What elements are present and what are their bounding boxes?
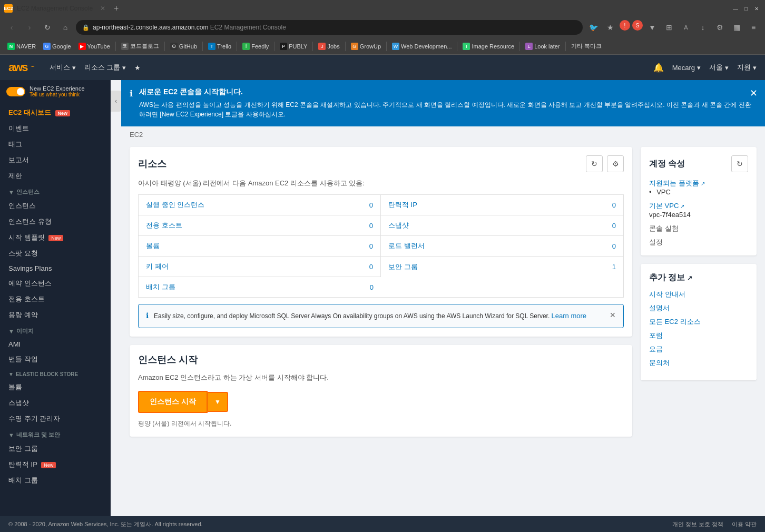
sidebar-item-instances[interactable]: 인스턴스 xyxy=(0,198,111,214)
sidebar-item-ami[interactable]: AMI xyxy=(0,337,111,351)
bookmark-other[interactable]: 기타 북마크 xyxy=(568,41,605,51)
new-tab-button[interactable]: + xyxy=(114,4,119,13)
sidebar-item-dashboard[interactable]: EC2 대시보드 New xyxy=(0,105,111,121)
tab-close[interactable]: ✕ xyxy=(100,5,105,12)
bookmark-github[interactable]: ⊙ GitHub xyxy=(167,42,200,51)
sidebar-section-instances[interactable]: ▼ 인스턴스 xyxy=(0,184,111,198)
reload-button[interactable]: ↻ xyxy=(40,20,55,35)
minimize-button[interactable]: — xyxy=(731,4,740,13)
title-bar: EC2 EC2 Management Console ✕ + — □ ✕ xyxy=(0,0,765,17)
addon-icon-2[interactable]: S xyxy=(632,20,643,31)
sidebar-item-capacity[interactable]: 용량 예약 xyxy=(0,307,111,323)
launch-dropdown-button[interactable]: ▼ xyxy=(208,392,228,412)
bookmark-star-icon[interactable]: ★ xyxy=(603,20,617,35)
console-experiment-link[interactable]: 콘솔 실험 xyxy=(649,224,679,232)
header-resource-groups[interactable]: 리소스 그룹 ▾ xyxy=(84,63,126,72)
sidebar-item-spot-requests[interactable]: 스팟 요청 xyxy=(0,245,111,261)
translate-icon[interactable]: A xyxy=(679,20,693,35)
bookmark-google[interactable]: G Google xyxy=(40,42,74,51)
sidebar-item-placement-groups[interactable]: 배치 그룹 xyxy=(0,472,111,488)
running-instances-link[interactable]: 실행 중인 인스턴스 xyxy=(146,200,204,210)
snapshots-link[interactable]: 스냅샷 xyxy=(388,221,409,230)
placement-groups-link[interactable]: 배치 그룹 xyxy=(146,282,175,292)
sidebar-item-bundle-tasks[interactable]: 번들 작업 xyxy=(0,351,111,367)
info-notice-close-button[interactable]: ✕ xyxy=(610,311,616,319)
sidebar-item-savings-plans[interactable]: Savings Plans xyxy=(0,261,111,275)
home-button[interactable]: ⌂ xyxy=(58,20,73,35)
sidebar-item-reports[interactable]: 보고서 xyxy=(0,152,111,168)
volumes-link[interactable]: 볼륨 xyxy=(146,241,160,251)
extra-link-pricing[interactable]: 요금 xyxy=(649,344,748,354)
footer-privacy-link[interactable]: 개인 정보 보호 정책 xyxy=(672,520,723,528)
security-groups-link[interactable]: 보안 그룹 xyxy=(388,262,418,272)
footer-terms-link[interactable]: 이용 약관 xyxy=(732,520,757,528)
bookmark-image[interactable]: I Image Resource xyxy=(459,42,517,51)
new-ec2-toggle[interactable] xyxy=(6,87,25,96)
bookmark-trello[interactable]: T Trello xyxy=(205,42,234,51)
download-icon[interactable]: ↓ xyxy=(695,20,710,35)
header-services[interactable]: 서비스 ▾ xyxy=(50,63,76,72)
sidebar-item-limits[interactable]: 제한 xyxy=(0,168,111,184)
account-attr-refresh-button[interactable]: ↻ xyxy=(731,155,748,172)
twitter-icon[interactable]: 🐦 xyxy=(586,20,601,35)
bookmark-naver[interactable]: N NAVER xyxy=(4,42,39,51)
bookmark-growup[interactable]: G GrowUp xyxy=(348,42,384,51)
sidebar-item-reserved[interactable]: 예약 인스턴스 xyxy=(0,275,111,291)
bookmark-youtube[interactable]: ▶ YouTube xyxy=(75,42,113,51)
sidebar-item-launch-templates[interactable]: 시작 템플릿 New xyxy=(0,230,111,245)
close-button[interactable]: ✕ xyxy=(752,4,761,13)
header-bell[interactable]: 🔔 xyxy=(653,63,664,73)
forward-button[interactable]: › xyxy=(22,20,37,35)
resources-refresh-button[interactable]: ↻ xyxy=(586,155,603,172)
extra-link-docs[interactable]: 설명서 xyxy=(649,303,748,313)
sidebar-item-tags[interactable]: 태그 xyxy=(0,136,111,152)
extra-link-contact[interactable]: 문의처 xyxy=(649,358,748,368)
header-support[interactable]: 지원 ▾ xyxy=(737,63,757,72)
bookmark-jobs[interactable]: J Jobs xyxy=(315,42,342,51)
sidebar-collapse-button[interactable]: ‹ xyxy=(111,91,121,112)
sidebar-item-volumes[interactable]: 볼륨 xyxy=(0,379,111,395)
bookmark-codeblog[interactable]: 코 코드블로그 xyxy=(118,41,162,51)
sidebar-item-security-groups[interactable]: 보안 그룹 xyxy=(0,441,111,457)
dedicated-hosts-link[interactable]: 전용 호스트 xyxy=(146,221,182,230)
layout-icon[interactable]: ▦ xyxy=(729,20,744,35)
key-pairs-link[interactable]: 키 페어 xyxy=(146,262,169,271)
sidebar-item-dedicated-hosts[interactable]: 전용 호스트 xyxy=(0,291,111,307)
load-balancers-link[interactable]: 로드 밸런서 xyxy=(388,241,425,251)
launch-instance-button[interactable]: 인스턴스 시작 xyxy=(138,391,208,413)
supported-platforms-link[interactable]: 지원되는 플랫폼 ↗ xyxy=(649,179,748,188)
toggle-sublabel[interactable]: Tell us what you think xyxy=(30,92,85,97)
learn-more-link[interactable]: Learn more xyxy=(552,312,586,320)
sidebar-item-instance-types[interactable]: 인스턴스 유형 xyxy=(0,214,111,230)
default-vpc-link[interactable]: 기본 VPC ↗ xyxy=(649,201,748,211)
info-banner-close-button[interactable]: ✕ xyxy=(750,87,758,99)
maximize-button[interactable]: □ xyxy=(742,4,750,13)
addon-icon-3[interactable]: ▼ xyxy=(645,20,660,35)
extra-link-guide[interactable]: 시작 안내서 xyxy=(649,290,748,299)
sidebar-section-ebs[interactable]: ▼ ELASTIC BLOCK STORE xyxy=(0,367,111,379)
bookmark-publy[interactable]: P PUBLY xyxy=(277,42,310,51)
bookmark-webdev[interactable]: W Web Developmen... xyxy=(389,42,455,51)
header-region[interactable]: 서울 ▾ xyxy=(709,63,729,72)
settings-icon[interactable]: ⚙ xyxy=(712,20,727,35)
grid-icon[interactable]: ⊞ xyxy=(662,20,676,35)
settings-link[interactable]: 설정 xyxy=(649,238,663,246)
back-button[interactable]: ‹ xyxy=(4,20,19,35)
header-pin[interactable]: ★ xyxy=(134,64,141,72)
sidebar-item-events[interactable]: 이벤트 xyxy=(0,121,111,136)
sidebar-item-lifecycle[interactable]: 수명 주기 관리자 xyxy=(0,411,111,427)
bookmark-feedly[interactable]: f Feedly xyxy=(239,42,272,51)
address-bar[interactable]: 🔒 ap-northeast-2.console.aws.amazon.com … xyxy=(76,20,583,35)
sidebar-item-snapshots[interactable]: 스냅샷 xyxy=(0,395,111,411)
addon-icon-1[interactable]: ! xyxy=(620,20,630,31)
menu-icon[interactable]: ≡ xyxy=(746,20,761,35)
resources-settings-button[interactable]: ⚙ xyxy=(607,155,624,172)
extra-link-all-resources[interactable]: 모든 EC2 리소스 xyxy=(649,317,748,327)
header-account[interactable]: Mecarg ▾ xyxy=(672,64,701,72)
bookmark-looklater[interactable]: L Look later xyxy=(522,42,563,51)
sidebar-section-images[interactable]: ▼ 이미지 xyxy=(0,323,111,337)
sidebar-section-network[interactable]: ▼ 네트워크 및 보안 xyxy=(0,427,111,441)
sidebar-item-elastic-ips[interactable]: 탄력적 IP New xyxy=(0,457,111,472)
elastic-ip-link[interactable]: 탄력적 IP xyxy=(388,200,417,210)
extra-link-forum[interactable]: 포럼 xyxy=(649,331,748,340)
